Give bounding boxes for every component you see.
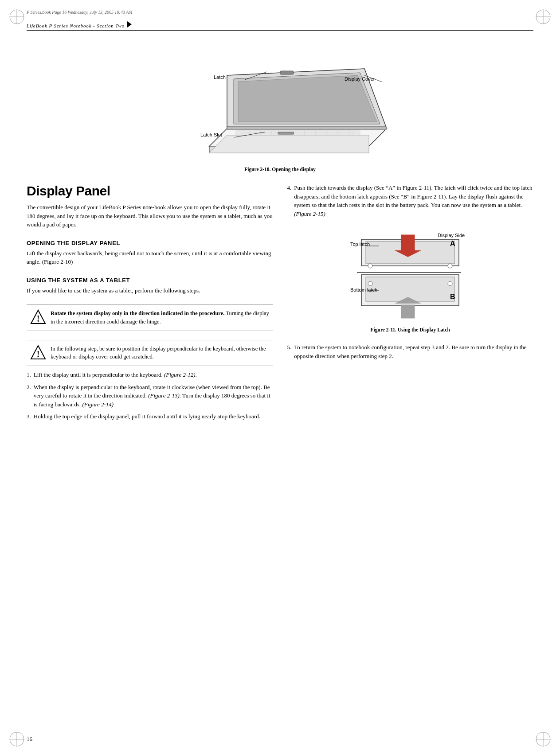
svg-text:!: ! xyxy=(37,349,40,359)
header-text: LifeBook P Series Notebook - Section Two xyxy=(27,23,125,28)
svg-point-63 xyxy=(368,281,372,286)
page-number: 16 xyxy=(27,736,32,743)
step-1: 1. Lift the display until it is perpendi… xyxy=(27,370,273,379)
laptop-diagram: Latch Display Cover Latch Slot xyxy=(169,40,391,164)
corner-mark-tl xyxy=(8,8,26,26)
svg-rect-33 xyxy=(280,71,294,74)
section-title: Display Panel xyxy=(27,183,273,199)
svg-rect-32 xyxy=(227,126,387,130)
svg-marker-31 xyxy=(238,75,377,122)
svg-text:Display Side: Display Side xyxy=(438,233,465,238)
two-col-layout: Display Panel The convertible design of … xyxy=(27,183,533,729)
svg-marker-28 xyxy=(209,135,369,153)
corner-mark-tr xyxy=(534,8,552,26)
svg-text:Bottom latch: Bottom latch xyxy=(350,287,377,292)
svg-rect-57 xyxy=(401,305,415,318)
figure-top: Latch Display Cover Latch Slot Figure 2-… xyxy=(27,40,533,179)
using-tablet-text: If you would like to use the system as a… xyxy=(27,286,273,295)
svg-text:Latch: Latch xyxy=(214,74,226,80)
svg-point-61 xyxy=(368,264,372,268)
svg-text:Latch Slot: Latch Slot xyxy=(200,132,222,137)
svg-text:!: ! xyxy=(37,314,40,323)
latch-diagram: A Display Side Top latch xyxy=(287,226,534,332)
warning-icon-2: ! xyxy=(30,345,46,361)
warning-box-2: ! In the following step, be sure to posi… xyxy=(27,340,273,366)
section-intro: The convertible design of your LifeBook … xyxy=(27,203,273,229)
svg-rect-34 xyxy=(278,132,294,134)
svg-point-62 xyxy=(448,264,452,268)
steps-list-right: 4. Push the latch towards the display (S… xyxy=(287,183,534,222)
col-right: 4. Push the latch towards the display (S… xyxy=(287,183,534,729)
corner-mark-br xyxy=(534,730,552,748)
using-tablet-title: USING THE SYSTEM AS A TABLET xyxy=(27,277,273,284)
header-line: LifeBook P Series Notebook - Section Two xyxy=(27,21,533,31)
svg-text:B: B xyxy=(450,293,455,300)
main-content: Latch Display Cover Latch Slot Figure 2-… xyxy=(27,40,533,729)
svg-text:A: A xyxy=(450,240,455,247)
step-4: 4. Push the latch towards the display (S… xyxy=(287,183,534,218)
corner-mark-bl xyxy=(8,730,26,748)
warning-text-1: Rotate the system display only in the di… xyxy=(51,309,270,326)
page: P Series.book Page 16 Wednesday, July 13… xyxy=(0,0,560,756)
latch-diagram-caption: Figure 2-11. Using the Display Latch xyxy=(287,327,534,332)
svg-rect-47 xyxy=(401,235,415,250)
warning-text-2: In the following step, be sure to positi… xyxy=(51,345,270,362)
figure-top-caption: Figure 2-10. Opening the display xyxy=(244,167,316,172)
step-5: 5. To return the system to notebook conf… xyxy=(287,343,534,360)
svg-rect-55 xyxy=(366,277,454,301)
steps-list-right-2: 5. To return the system to notebook conf… xyxy=(287,343,534,364)
header-arrow xyxy=(127,21,132,27)
warning-box-1: ! Rotate the system display only in the … xyxy=(27,304,273,331)
step-3: 3. Holding the top edge of the display p… xyxy=(27,412,273,421)
col-left: Display Panel The convertible design of … xyxy=(27,183,273,729)
steps-list-left: 1. Lift the display until it is perpendi… xyxy=(27,370,273,425)
opening-panel-text: Lift the display cover backwards, being … xyxy=(27,249,273,266)
step-2: 2. When the display is perpendicular to … xyxy=(27,383,273,409)
warning-icon-1: ! xyxy=(30,309,46,325)
svg-text:Display Cover: Display Cover xyxy=(345,76,375,82)
opening-panel-title: OPENING THE DISPLAY PANEL xyxy=(27,240,273,246)
svg-point-64 xyxy=(448,281,452,286)
print-meta: P Series.book Page 16 Wednesday, July 13… xyxy=(27,10,133,15)
